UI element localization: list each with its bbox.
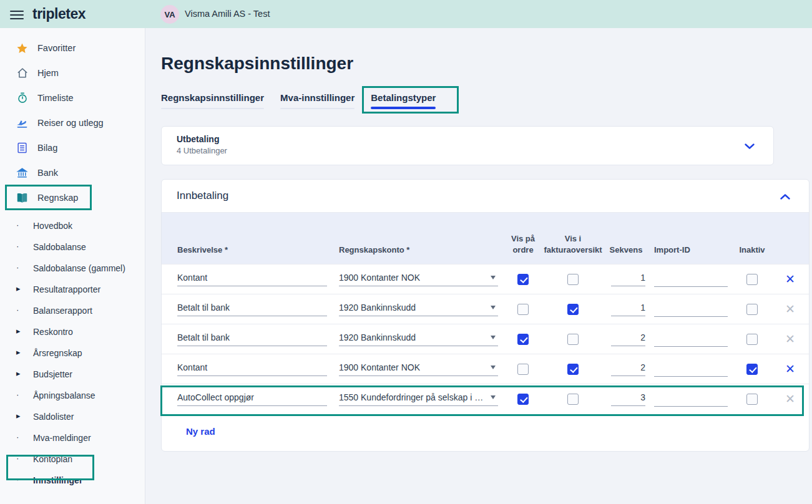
beskrivelse-input[interactable]: Kontant: [177, 273, 327, 286]
vis-i-fakturaoversikt-checkbox[interactable]: [567, 304, 579, 315]
utbetaling-title: Utbetaling: [177, 134, 758, 144]
dropdown-arrow-icon: [491, 336, 496, 339]
inaktiv-checkbox[interactable]: [746, 394, 758, 405]
sidebar-subitem-apningsbalanse[interactable]: ·Åpningsbalanse: [0, 385, 145, 406]
regnskapskonto-select[interactable]: 1550 Kundefordringer på selskap i …: [339, 392, 498, 406]
inaktiv-checkbox[interactable]: [746, 274, 758, 285]
sidebar-subitem-resultatrapporter[interactable]: ▸Resultatrapporter: [0, 279, 145, 300]
sekvens-input[interactable]: 2: [611, 332, 645, 346]
hamburger-menu-icon[interactable]: [10, 8, 24, 19]
bullet-icon: ·: [16, 453, 33, 464]
sekvens-input[interactable]: 3: [611, 392, 645, 406]
chevron-down-icon[interactable]: [745, 140, 755, 152]
column-header-import-id: Import-ID: [647, 245, 734, 256]
sidebar-subitem-saldobalanse-gammel[interactable]: ·Saldobalanse (gammel): [0, 258, 145, 279]
sidebar-subitem-kontoplan[interactable]: ·Kontoplan: [0, 448, 145, 470]
company-name[interactable]: Visma Amili AS - Test: [185, 9, 270, 19]
vis-pa-ordre-checkbox[interactable]: [517, 334, 529, 345]
tab-betalingstyper[interactable]: Betalingstyper: [371, 92, 436, 109]
sidebar-subitem-innstillinger[interactable]: ·Innstillinger: [0, 470, 145, 491]
beskrivelse-input[interactable]: Kontant: [177, 362, 327, 376]
app-window: tripletex VA Visma Amili AS - Test Favor…: [0, 0, 812, 504]
vis-i-fakturaoversikt-checkbox[interactable]: [567, 334, 579, 345]
bullet-icon: ·: [16, 220, 33, 231]
inaktiv-checkbox[interactable]: [746, 304, 758, 315]
vis-pa-ordre-checkbox[interactable]: [517, 274, 529, 285]
vis-pa-ordre-checkbox[interactable]: [517, 394, 529, 405]
company-avatar[interactable]: VA: [160, 5, 179, 24]
sekvens-input[interactable]: 1: [611, 273, 645, 286]
import-id-input[interactable]: [654, 332, 728, 347]
star-icon: [16, 42, 28, 54]
beskrivelse-input[interactable]: Betalt til bank: [177, 303, 327, 316]
vis-pa-ordre-checkbox[interactable]: [517, 364, 529, 375]
sidebar-item-timeliste[interactable]: Timeliste: [0, 85, 145, 110]
page-title: Regnskapsinnstillinger: [161, 54, 812, 74]
inaktiv-checkbox[interactable]: [746, 334, 758, 345]
sidebar-item-label: Timeliste: [37, 93, 73, 103]
sidebar-subitem-saldobalanse[interactable]: ·Saldobalanse: [0, 236, 145, 258]
sidebar-subitem-balanserapport[interactable]: ·Balanserapport: [0, 300, 145, 321]
sekvens-input[interactable]: 2: [611, 362, 645, 376]
sidebar-item-hjem[interactable]: Hjem: [0, 61, 145, 85]
sidebar: Favoritter Hjem Timeliste Reiser og utle…: [0, 28, 145, 504]
chevron-up-icon[interactable]: [780, 191, 790, 202]
delete-row-button[interactable]: [785, 333, 795, 345]
innbetaling-header[interactable]: Innbetaling: [162, 180, 809, 213]
column-header-sekvens: Sekvens: [610, 245, 643, 256]
beskrivelse-input[interactable]: AutoCollect oppgjør: [177, 392, 327, 406]
vis-i-fakturaoversikt-checkbox[interactable]: [567, 274, 579, 285]
vis-i-fakturaoversikt-checkbox[interactable]: [567, 364, 579, 375]
sekvens-input[interactable]: 1: [611, 303, 645, 316]
sidebar-item-bank[interactable]: Bank: [0, 160, 145, 185]
sidebar-subitem-saldolister[interactable]: ▸Saldolister: [0, 406, 145, 427]
sidebar-subitem-reskontro[interactable]: ▸Reskontro: [0, 321, 145, 342]
regnskapskonto-select[interactable]: 1920 Bankinnskudd: [339, 303, 498, 316]
sidebar-item-regnskap[interactable]: Regnskap: [0, 185, 145, 210]
sidebar-subitem-budsjetter[interactable]: ▸Budsjetter: [0, 364, 145, 385]
import-id-input[interactable]: [654, 272, 728, 287]
vis-i-fakturaoversikt-checkbox[interactable]: [567, 394, 579, 405]
import-id-input[interactable]: [654, 362, 728, 377]
import-id-input[interactable]: [654, 302, 728, 317]
vis-pa-ordre-checkbox[interactable]: [517, 304, 529, 315]
sidebar-item-label: Bank: [37, 168, 58, 178]
import-id-input[interactable]: [654, 392, 728, 407]
table-row: Kontant 1900 Kontanter NOK 2: [162, 354, 809, 384]
sidebar-item-favoritter[interactable]: Favoritter: [0, 36, 145, 61]
delete-row-button[interactable]: [785, 393, 795, 405]
stopwatch-icon: [16, 92, 28, 104]
tab-mva-innstillinger[interactable]: Mva-innstillinger: [280, 92, 355, 109]
column-header-vis-i-fakturaoversikt: Vis i fakturaoversikt: [542, 233, 604, 256]
utbetaling-panel[interactable]: Utbetaling 4 Utbetalinger: [161, 126, 774, 165]
sidebar-item-label: Regnskap: [37, 193, 78, 203]
delete-row-button[interactable]: [785, 303, 795, 315]
regnskapskonto-select[interactable]: 1900 Kontanter NOK: [339, 273, 498, 286]
table-row: Betalt til bank 1920 Bankinnskudd 2: [162, 324, 809, 354]
delete-row-button[interactable]: [785, 363, 795, 375]
delete-row-button[interactable]: [785, 273, 795, 285]
chevron-right-icon: ▸: [16, 283, 33, 294]
sidebar-subitem-arsregnskap[interactable]: ▸Årsregnskap: [0, 342, 145, 364]
sidebar-item-reiser-og-utlegg[interactable]: Reiser og utlegg: [0, 110, 145, 135]
innbetaling-title: Innbetaling: [177, 190, 228, 202]
tripletex-logo[interactable]: tripletex: [32, 6, 86, 22]
column-header-regnskapskonto: Regnskapskonto *: [339, 245, 505, 256]
airplane-icon: [16, 117, 28, 129]
regnskapskonto-select[interactable]: 1920 Bankinnskudd: [339, 332, 498, 346]
inaktiv-checkbox[interactable]: [746, 364, 758, 375]
sidebar-item-bilag[interactable]: Bilag: [0, 135, 145, 160]
beskrivelse-input[interactable]: Betalt til bank: [177, 332, 327, 346]
sidebar-item-label: Hjem: [37, 68, 59, 78]
document-icon: [16, 142, 28, 154]
regnskapskonto-select[interactable]: 1900 Kontanter NOK: [339, 362, 498, 376]
chevron-right-icon: ▸: [16, 347, 33, 358]
sidebar-subitem-mva-meldinger[interactable]: ·Mva-meldinger: [0, 427, 145, 448]
column-header-beskrivelse: Beskrivelse *: [177, 245, 339, 256]
bullet-icon: ·: [16, 474, 33, 485]
sidebar-subitem-hovedbok[interactable]: ·Hovedbok: [0, 215, 145, 236]
tab-regnskapsinnstillinger[interactable]: Regnskapsinnstillinger: [161, 92, 264, 109]
bullet-icon: ·: [16, 389, 33, 400]
dropdown-arrow-icon: [491, 395, 496, 399]
new-row-button[interactable]: Ny rad: [186, 426, 215, 437]
